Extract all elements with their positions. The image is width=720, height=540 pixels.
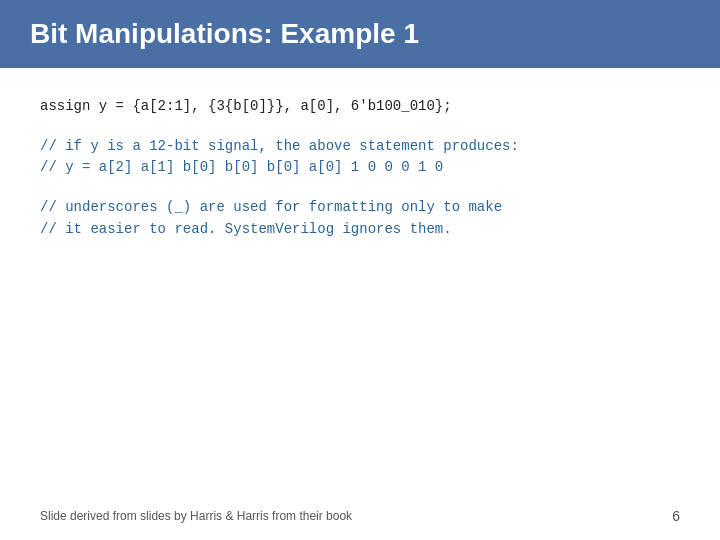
- code-comment-1: // if y is a 12-bit signal, the above st…: [40, 136, 680, 158]
- code-comment-4: // it easier to read. SystemVerilog igno…: [40, 219, 680, 241]
- content-area: assign y = {a[2:1], {3{b[0]}}, a[0], 6'b…: [0, 68, 720, 260]
- spacer-2: [40, 179, 680, 197]
- slide-number: 6: [672, 508, 680, 524]
- spacer-1: [40, 118, 680, 136]
- code-block: assign y = {a[2:1], {3{b[0]}}, a[0], 6'b…: [40, 96, 680, 240]
- footer-citation: Slide derived from slides by Harris & Ha…: [40, 509, 352, 523]
- code-comment-2: // y = a[2] a[1] b[0] b[0] b[0] a[0] 1 0…: [40, 157, 680, 179]
- footer: Slide derived from slides by Harris & Ha…: [40, 508, 680, 524]
- title-bar: Bit Manipulations: Example 1: [0, 0, 720, 68]
- slide-title: Bit Manipulations: Example 1: [30, 18, 419, 49]
- slide-container: Bit Manipulations: Example 1 assign y = …: [0, 0, 720, 540]
- code-comment-3: // underscores (_) are used for formatti…: [40, 197, 680, 219]
- code-line-1: assign y = {a[2:1], {3{b[0]}}, a[0], 6'b…: [40, 96, 680, 118]
